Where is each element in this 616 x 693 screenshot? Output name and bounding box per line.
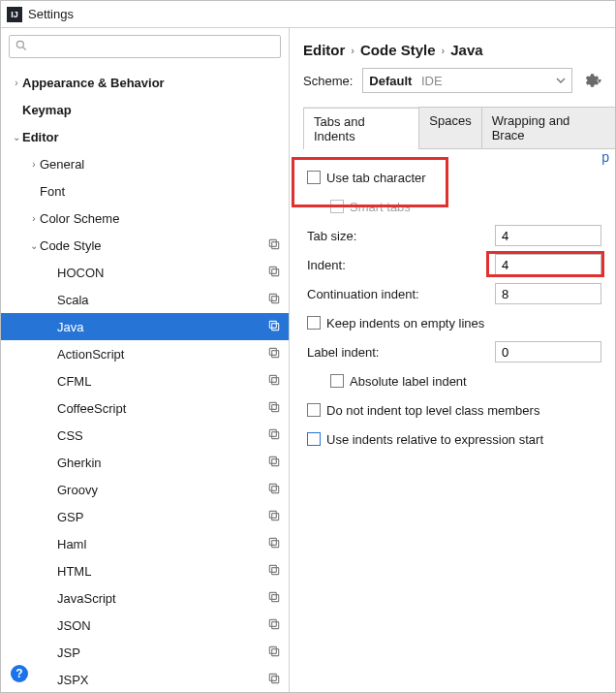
window-title: Settings [28,7,74,21]
relative-indents-checkbox[interactable] [307,432,321,446]
svg-rect-15 [269,402,276,409]
tree-item-font[interactable]: Font [1,177,289,205]
tree-item-general[interactable]: ›General [1,150,289,177]
svg-rect-24 [272,540,279,547]
copy-icon [267,265,281,281]
tree-item-code-style[interactable]: ⌄Code Style [1,232,289,259]
tab-wrapping-and-brace[interactable]: Wrapping and Brace [481,107,616,148]
tree-item-scala[interactable]: Scala [1,286,289,313]
svg-rect-10 [272,350,279,357]
tab-spaces[interactable]: Spaces [418,107,481,148]
svg-line-1 [23,47,26,50]
svg-rect-22 [272,513,279,520]
keep-indents-label: Keep indents on empty lines [326,316,601,331]
copy-icon [267,455,281,471]
tree-item-label: Scala [57,293,267,307]
svg-rect-5 [269,267,276,273]
tab-size-input[interactable] [495,225,601,246]
copy-icon [267,536,281,552]
copy-icon [267,427,281,444]
svg-rect-13 [269,375,276,382]
use-tab-character-checkbox[interactable] [307,171,321,184]
no-top-level-checkbox[interactable] [307,403,321,417]
svg-rect-29 [269,592,276,599]
tree-item-html[interactable]: HTML [1,557,289,584]
relative-indents-label: Use indents relative to expression start [326,432,601,447]
copy-icon [267,319,281,335]
svg-rect-32 [272,648,279,655]
tree-item-java[interactable]: Java [1,313,289,340]
copy-icon [267,292,281,308]
tree-item-color-scheme[interactable]: ›Color Scheme [1,205,289,232]
keep-indents-checkbox[interactable] [307,316,321,330]
svg-rect-11 [269,348,276,355]
scheme-label: Scheme: [303,74,353,88]
tree-item-appearance-behavior[interactable]: ›Appearance & Behavior [1,69,289,96]
svg-rect-30 [272,621,279,628]
tree-item-label: CFML [57,374,267,389]
smart-tabs-checkbox [330,200,344,213]
tree-item-label: JSON [57,618,267,633]
tree-item-label: Java [57,320,267,334]
svg-rect-7 [269,294,276,300]
tree-item-cfml[interactable]: CFML [1,367,289,394]
tree-item-label: Groovy [57,483,267,497]
chevron-right-icon: › [351,45,354,56]
copy-icon [267,645,281,661]
svg-rect-26 [272,567,279,574]
absolute-label-checkbox[interactable] [330,374,344,388]
svg-rect-27 [269,565,276,572]
indent-input[interactable] [495,254,601,275]
preview-indicator: p [601,149,609,165]
tree-item-label: HOCON [57,266,267,280]
label-indent-input[interactable] [495,341,601,362]
scheme-suffix: IDE [421,74,443,88]
tree-item-jsp[interactable]: JSP [1,639,289,666]
continuation-indent-input[interactable] [495,283,601,304]
svg-rect-21 [269,484,276,490]
tree-item-label: JavaScript [57,591,267,606]
scheme-select[interactable]: Default IDE [362,68,572,93]
tree-item-javascript[interactable]: JavaScript [1,584,289,612]
tree-item-css[interactable]: CSS [1,422,289,449]
settings-tree[interactable]: ›Appearance & BehaviorKeymap⌄Editor›Gene… [1,65,289,692]
svg-rect-23 [269,511,276,518]
use-tab-character-label: Use tab character [326,171,601,185]
no-top-level-label: Do not indent top level class members [326,403,601,418]
tree-item-label: ActionScript [57,347,267,362]
gear-icon[interactable]: ▾ [582,71,601,90]
search-input[interactable] [9,35,281,58]
svg-rect-2 [272,241,279,248]
svg-rect-9 [269,321,276,328]
tab-tabs-and-indents[interactable]: Tabs and Indents [303,108,419,149]
tab-size-label: Tab size: [307,229,495,243]
chevron-right-icon: › [442,45,446,56]
tree-item-coffeescript[interactable]: CoffeeScript [1,394,289,422]
tree-item-editor[interactable]: ⌄Editor [1,123,289,150]
help-button[interactable]: ? [11,665,28,682]
tree-item-label: Keymap [22,103,281,117]
svg-rect-16 [272,431,279,438]
svg-rect-4 [272,268,279,275]
tree-item-jspx[interactable]: JSPX [1,666,289,692]
svg-rect-6 [272,296,279,302]
app-icon: IJ [7,7,22,22]
chevron-icon: › [28,213,40,224]
tree-item-label: JSP [57,646,267,660]
tree-item-keymap[interactable]: Keymap [1,96,289,123]
tree-item-actionscript[interactable]: ActionScript [1,340,289,367]
copy-icon [267,400,281,417]
tree-item-hocon[interactable]: HOCON [1,259,289,286]
copy-icon [267,590,281,607]
chevron-down-icon [556,76,566,85]
chevron-icon: ⌄ [28,240,40,251]
svg-rect-31 [269,619,276,626]
copy-icon [267,563,281,580]
tree-item-gherkin[interactable]: Gherkin [1,449,289,476]
tree-item-json[interactable]: JSON [1,612,289,639]
tree-item-gsp[interactable]: GSP [1,503,289,530]
tree-item-label: CoffeeScript [57,401,267,416]
tree-item-groovy[interactable]: Groovy [1,476,289,503]
tree-item-label: Color Scheme [40,211,281,226]
tree-item-haml[interactable]: Haml [1,530,289,557]
